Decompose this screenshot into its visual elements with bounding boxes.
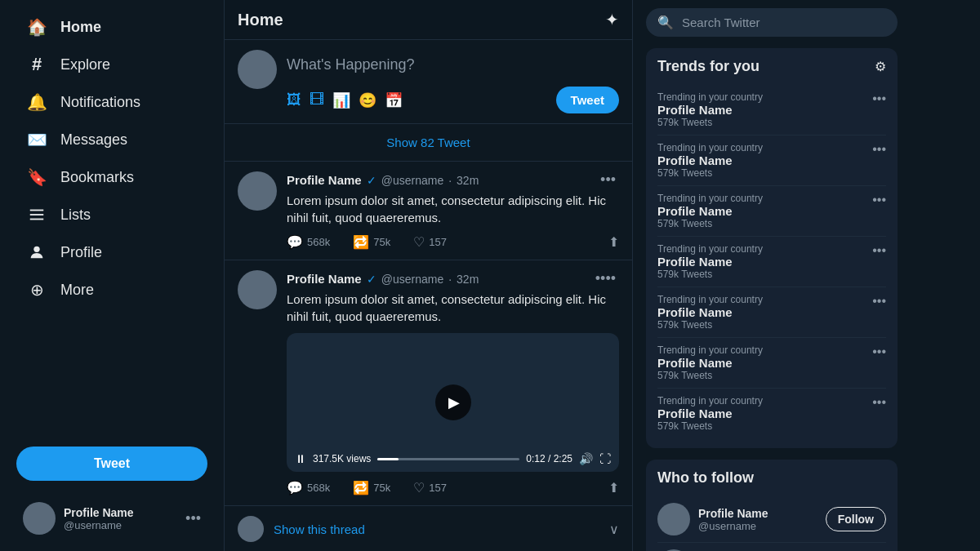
sidebar-item-label: Home (60, 19, 101, 36)
reply-icon: 💬 (287, 234, 303, 250)
sidebar-item-bookmarks[interactable]: 🔖 Bookmarks (16, 158, 207, 196)
like-action[interactable]: ♡ 157 (413, 480, 447, 495)
right-panel: 🔍 Search Twitter Trends for you ⚙ Trendi… (633, 0, 911, 551)
sparkle-icon[interactable]: ✦ (605, 10, 619, 29)
tweet-card[interactable]: Profile Name ✓ @username · 32m •••• Lore… (225, 260, 632, 506)
compose-box: What's Happening? 🖼 🎞 📊 😊 📅 Tweet (225, 40, 632, 124)
trend-item[interactable]: Trending in your country Profile Name 57… (657, 287, 886, 338)
tweet-text: Lorem ipsum dolor sit amet, consectetur … (287, 192, 619, 226)
mail-icon: ✉️ (26, 129, 47, 150)
follow-handle: @username (698, 520, 817, 532)
like-action[interactable]: ♡ 157 (413, 234, 447, 250)
tweet-card[interactable]: Profile Name ✓ @username · 32m ••• Lorem… (225, 162, 632, 260)
share-action[interactable]: ⬆ (608, 234, 619, 250)
sidebar-item-messages[interactable]: ✉️ Messages (16, 121, 207, 158)
trend-name: Profile Name (657, 153, 866, 167)
sidebar-tweet-button[interactable]: Tweet (16, 447, 207, 481)
compose-gif-icon[interactable]: 🎞 (310, 91, 324, 109)
avatar (238, 171, 277, 211)
tweet-text: Lorem ipsum dolor sit amet, consectetur … (287, 291, 619, 325)
trend-more-icon[interactable]: ••• (866, 243, 886, 258)
trend-item[interactable]: Trending in your country Profile Name 57… (657, 136, 886, 186)
trend-name: Profile Name (657, 204, 866, 218)
video-time: 0:12 / 2:25 (526, 453, 572, 464)
compose-image-icon[interactable]: 🖼 (287, 91, 301, 109)
trend-name: Profile Name (657, 103, 866, 117)
tweet-time: 32m (457, 273, 479, 286)
bookmark-icon: 🔖 (26, 167, 47, 188)
sidebar-item-notifications[interactable]: 🔔 Notifications (16, 83, 207, 121)
avatar (657, 503, 690, 535)
sidebar-item-label: Lists (60, 207, 91, 224)
trend-item[interactable]: Trending in your country Profile Name 57… (657, 389, 886, 438)
tweet-actions: 💬 568k 🔁 75k ♡ 157 ⬆ (287, 234, 619, 250)
show-thread-banner[interactable]: Show this thread ∨ (225, 506, 632, 551)
compose-tweet-button[interactable]: Tweet (556, 87, 619, 113)
who-to-follow-section: Who to follow Profile Name @username Fol… (646, 460, 898, 551)
follow-button[interactable]: Follow (826, 507, 886, 531)
who-to-follow-title: Who to follow (657, 469, 754, 487)
compose-icons: 🖼 🎞 📊 😊 📅 (287, 91, 403, 109)
avatar (238, 270, 277, 309)
trend-more-icon[interactable]: ••• (866, 294, 886, 309)
heart-icon: ♡ (413, 234, 425, 250)
tweet-more-icon[interactable]: •••• (592, 270, 619, 287)
trend-more-icon[interactable]: ••• (866, 193, 886, 207)
reply-action[interactable]: 💬 568k (287, 234, 330, 250)
video-player[interactable]: ⏸ 317.5K views 0:12 / 2:25 🔊 ⛶ (287, 333, 619, 472)
video-views: 317.5K views (313, 453, 371, 464)
search-box[interactable]: 🔍 Search Twitter (646, 8, 898, 37)
search-input[interactable]: Search Twitter (682, 16, 886, 29)
trend-more-icon[interactable]: ••• (866, 395, 886, 410)
tweet-handle: @username (381, 174, 443, 187)
trend-count: 579k Tweets (657, 117, 866, 128)
search-icon: 🔍 (657, 15, 674, 30)
trend-more-icon[interactable]: ••• (866, 142, 886, 157)
sidebar-item-lists[interactable]: Lists (16, 196, 207, 233)
show-tweets-banner[interactable]: Show 82 Tweet (225, 124, 632, 162)
trend-count: 579k Tweets (657, 269, 866, 280)
reply-action[interactable]: 💬 568k (287, 480, 330, 495)
compose-placeholder[interactable]: What's Happening? (287, 50, 619, 80)
trend-more-icon[interactable]: ••• (866, 344, 886, 359)
feed-header: Home ✦ (225, 0, 632, 40)
sidebar-profile[interactable]: Profile Name @username ••• (16, 494, 207, 543)
sidebar-item-more[interactable]: ⊕ More (16, 271, 207, 309)
trend-item[interactable]: Trending in your country Profile Name 57… (657, 237, 886, 287)
follow-item[interactable]: Profile Name @username Follow (657, 496, 886, 543)
profile-more-icon[interactable]: ••• (185, 510, 201, 527)
share-action[interactable]: ⬆ (608, 480, 619, 495)
follow-item[interactable]: Profile Name @username Follow (657, 543, 886, 551)
like-count: 157 (429, 482, 447, 494)
svg-point-3 (33, 247, 39, 252)
home-icon: 🏠 (26, 16, 47, 38)
video-progress-bar[interactable] (377, 458, 519, 460)
volume-icon[interactable]: 🔊 (579, 452, 593, 465)
reply-icon: 💬 (287, 480, 303, 495)
retweet-action[interactable]: 🔁 75k (353, 234, 390, 250)
sidebar-item-profile[interactable]: Profile (16, 233, 207, 271)
pause-icon[interactable]: ⏸ (295, 452, 306, 465)
sidebar-item-home[interactable]: 🏠 Home (16, 8, 207, 46)
profile-name: Profile Name (64, 506, 177, 519)
compose-schedule-icon[interactable]: 📅 (385, 91, 403, 109)
expand-icon[interactable]: ⛶ (599, 452, 611, 465)
sidebar-item-label: Messages (60, 131, 127, 149)
video-progress-fill (377, 458, 399, 460)
compose-avatar (238, 50, 277, 89)
trend-item[interactable]: Trending in your country Profile Name 57… (657, 338, 886, 389)
trend-name: Profile Name (657, 305, 866, 319)
compose-poll-icon[interactable]: 📊 (332, 91, 350, 109)
sidebar-item-label: Bookmarks (60, 169, 134, 186)
play-button[interactable] (435, 384, 471, 420)
compose-emoji-icon[interactable]: 😊 (359, 91, 376, 109)
trend-more-icon[interactable]: ••• (866, 91, 886, 106)
trend-item[interactable]: Trending in your country Profile Name 57… (657, 85, 886, 136)
sidebar-item-explore[interactable]: # Explore (16, 46, 207, 83)
video-controls: ⏸ 317.5K views 0:12 / 2:25 🔊 ⛶ (295, 452, 611, 465)
tweet-more-icon[interactable]: ••• (597, 171, 619, 189)
tweet-name: Profile Name (287, 272, 362, 286)
settings-icon[interactable]: ⚙ (875, 59, 886, 74)
trend-item[interactable]: Trending in your country Profile Name 57… (657, 186, 886, 237)
retweet-action[interactable]: 🔁 75k (353, 480, 390, 495)
